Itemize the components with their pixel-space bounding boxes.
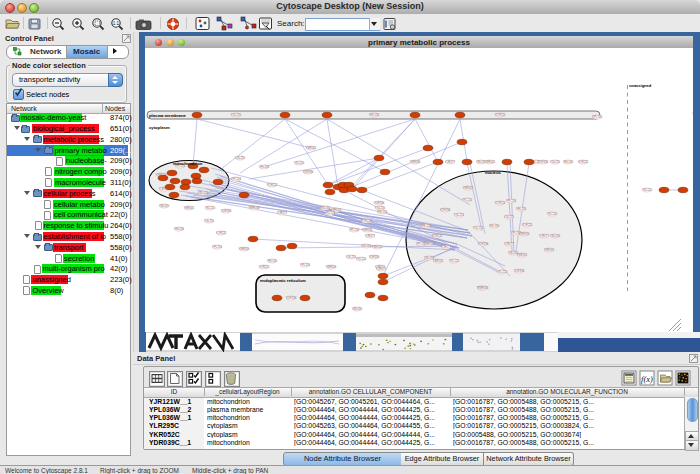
svg-text:YMR056: YMR056: [362, 228, 373, 232]
svg-text:YBR041: YBR041: [485, 160, 496, 164]
svg-text:YMR056: YMR056: [326, 265, 337, 269]
svg-text:YDR384: YDR384: [303, 170, 314, 174]
svg-text:YDR384: YDR384: [478, 242, 489, 246]
svg-text:YKL120: YKL120: [462, 198, 472, 202]
svg-text:YOR222: YOR222: [267, 183, 278, 187]
svg-text:YDR384: YDR384: [440, 208, 451, 212]
svg-text:YKL120: YKL120: [547, 212, 557, 216]
svg-text:YPL134: YPL134: [212, 245, 222, 249]
svg-text:YMR056: YMR056: [410, 160, 421, 164]
svg-text:YBR041: YBR041: [463, 186, 474, 190]
svg-text:YBR041: YBR041: [306, 146, 317, 150]
svg-text:YOR222: YOR222: [259, 265, 270, 269]
svg-text:YJR077: YJR077: [365, 234, 375, 238]
svg-text:YBL030: YBL030: [352, 307, 362, 311]
svg-text:YPL134: YPL134: [231, 177, 241, 181]
svg-text:YGL255: YGL255: [235, 156, 246, 160]
svg-text:YKL120: YKL120: [294, 161, 304, 165]
svg-text:YGL255: YGL255: [204, 219, 215, 223]
svg-text:YDR384: YDR384: [221, 209, 232, 213]
svg-text:YDR384: YDR384: [374, 201, 385, 205]
svg-text:YGL255: YGL255: [473, 226, 484, 230]
svg-text:1:1: 1:1: [113, 21, 120, 26]
svg-text:plasma membrane: plasma membrane: [149, 113, 186, 118]
svg-text:YMR056: YMR056: [478, 286, 489, 290]
svg-text:YDR384: YDR384: [286, 296, 297, 300]
svg-text:YMR056: YMR056: [239, 247, 250, 251]
svg-text:YMR056: YMR056: [424, 242, 435, 246]
svg-text:f(x): f(x): [641, 374, 653, 384]
svg-text:YPL134: YPL134: [592, 115, 602, 119]
svg-text:YOR222: YOR222: [495, 113, 506, 117]
svg-text:YPL134: YPL134: [349, 228, 359, 232]
svg-text:YMR056: YMR056: [249, 206, 260, 210]
svg-text:YOR222: YOR222: [578, 160, 589, 164]
svg-text:YGL255: YGL255: [231, 113, 242, 117]
svg-text:YBR041: YBR041: [372, 245, 383, 249]
svg-text:YHL016: YHL016: [174, 227, 185, 231]
svg-text:YHL016: YHL016: [489, 224, 500, 228]
svg-text:YBR041: YBR041: [517, 253, 528, 257]
svg-text:YHL016: YHL016: [259, 165, 270, 169]
svg-text:nucleus: nucleus: [485, 170, 501, 175]
svg-text:YJR077: YJR077: [376, 267, 386, 271]
svg-text:YHL016: YHL016: [563, 160, 574, 164]
svg-text:YBL030: YBL030: [159, 204, 169, 208]
svg-text:YOR222: YOR222: [216, 231, 227, 235]
svg-text:YHL016: YHL016: [369, 113, 380, 117]
svg-text:YBR041: YBR041: [184, 206, 195, 210]
svg-text:YKL120: YKL120: [449, 259, 459, 263]
svg-text:YBL030: YBL030: [320, 206, 330, 210]
svg-text:YMR056: YMR056: [519, 232, 530, 236]
svg-text:YPL134: YPL134: [300, 263, 310, 267]
svg-text:YHL016: YHL016: [421, 224, 432, 228]
svg-text:YHL016: YHL016: [377, 210, 388, 214]
svg-text:YJR077: YJR077: [539, 234, 549, 238]
svg-text:YOR222: YOR222: [361, 219, 372, 223]
svg-text:YGL255: YGL255: [454, 213, 465, 217]
svg-text:YBL030: YBL030: [550, 234, 560, 238]
svg-text:cytoplasm: cytoplasm: [149, 125, 170, 130]
svg-text:YPL134: YPL134: [506, 199, 516, 203]
svg-text:YHL016: YHL016: [516, 207, 527, 211]
svg-text:YGL255: YGL255: [550, 160, 561, 164]
svg-text:YKL120: YKL120: [325, 211, 335, 215]
svg-text:YDR384: YDR384: [538, 160, 549, 164]
svg-text:YJR077: YJR077: [445, 160, 455, 164]
svg-text:YKL120: YKL120: [356, 257, 366, 261]
svg-text:YHL016: YHL016: [267, 259, 278, 263]
svg-text:YDR384: YDR384: [514, 269, 525, 273]
svg-text:YGL255: YGL255: [346, 255, 357, 259]
svg-text:YKL120: YKL120: [205, 206, 215, 210]
svg-text:unassigned: unassigned: [629, 83, 652, 88]
svg-text:YKL120: YKL120: [497, 270, 507, 274]
svg-text:YBR041: YBR041: [544, 248, 555, 252]
svg-text:YOR222: YOR222: [432, 234, 443, 238]
svg-text:YBL030: YBL030: [198, 191, 208, 195]
svg-text:YJR077: YJR077: [504, 242, 514, 246]
svg-text:YJR077: YJR077: [441, 245, 451, 249]
svg-text:mitochondrion: mitochondrion: [173, 161, 203, 166]
svg-text:YOR222: YOR222: [522, 223, 533, 227]
svg-text:YJR077: YJR077: [277, 211, 287, 215]
svg-text:endoplasmic reticulum: endoplasmic reticulum: [260, 278, 306, 283]
svg-text:YOR222: YOR222: [495, 201, 506, 205]
svg-text:YDR384: YDR384: [369, 255, 380, 259]
svg-text:YGL255: YGL255: [504, 215, 515, 219]
svg-text:YBL030: YBL030: [361, 244, 371, 248]
svg-text:YBR041: YBR041: [433, 259, 444, 263]
svg-text:YKL120: YKL120: [642, 188, 652, 192]
